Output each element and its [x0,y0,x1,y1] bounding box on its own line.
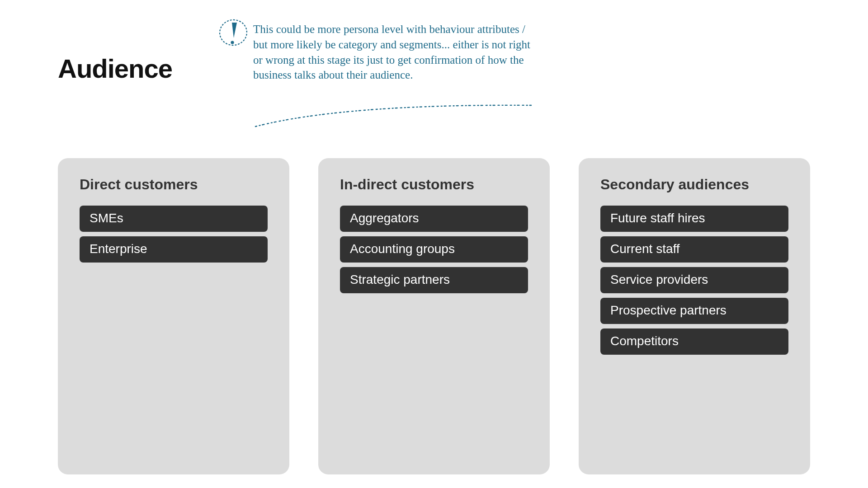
list-item: Competitors [600,328,788,355]
list-item: Service providers [600,267,788,293]
annotation-text: This could be more persona level with be… [253,22,533,83]
column-direct-customers: Direct customers SMEs Enterprise [58,158,289,474]
columns-container: Direct customers SMEs Enterprise In-dire… [58,158,810,474]
list-item: Accounting groups [340,236,528,263]
list-item: Current staff [600,236,788,263]
page-title: Audience [58,53,172,84]
svg-point-1 [231,41,234,44]
column-title: Secondary audiences [600,176,788,193]
column-title: Direct customers [80,176,268,193]
annotation-underline-icon [253,102,533,133]
list-item: Future staff hires [600,206,788,232]
column-secondary-audiences: Secondary audiences Future staff hires C… [579,158,810,474]
list-item: Strategic partners [340,267,528,293]
column-title: In-direct customers [340,176,528,193]
column-indirect-customers: In-direct customers Aggregators Accounti… [318,158,550,474]
list-item: Enterprise [80,236,268,263]
exclamation-circle-icon [217,17,250,50]
list-item: Aggregators [340,206,528,232]
list-item: SMEs [80,206,268,232]
list-item: Prospective partners [600,298,788,324]
